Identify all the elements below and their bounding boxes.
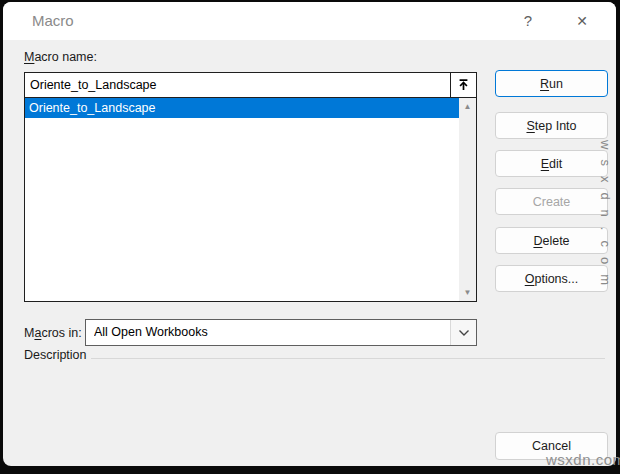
create-button[interactable]: Create (495, 188, 608, 215)
window-title: Macro (32, 2, 74, 40)
edit-button[interactable]: Edit (495, 150, 608, 177)
delete-button[interactable]: Delete (495, 227, 608, 254)
run-button[interactable]: Run (495, 70, 608, 97)
macro-list: Oriente_to_Landscape ▲ ▼ (24, 97, 477, 302)
watermark: wsxdn.com (546, 451, 620, 468)
upload-arrow-button[interactable] (450, 73, 476, 97)
close-icon[interactable]: ✕ (569, 2, 595, 40)
step-into-button[interactable]: Step Into (495, 112, 608, 139)
title-bar: Macro ? ✕ (3, 2, 616, 40)
macro-name-label: Macro name: (24, 50, 97, 64)
scroll-down-icon[interactable]: ▼ (459, 284, 476, 301)
list-item[interactable]: Oriente_to_Landscape (25, 98, 459, 118)
macro-name-value: Oriente_to_Landscape (30, 73, 448, 97)
chevron-down-icon[interactable] (450, 320, 476, 345)
description-label: Description (24, 348, 87, 362)
scroll-up-icon[interactable]: ▲ (459, 98, 476, 115)
edge-watermark: wsxdn.com (598, 140, 613, 295)
help-icon[interactable]: ? (515, 2, 541, 40)
macro-dialog: Macro ? ✕ Macro name: Oriente_to_Landsca… (3, 2, 616, 466)
macro-name-input[interactable]: Oriente_to_Landscape (24, 72, 477, 98)
macros-in-value: All Open Workbooks (94, 320, 446, 345)
macros-in-dropdown[interactable]: All Open Workbooks (85, 319, 477, 346)
arrow-up-to-bar-icon (457, 78, 470, 92)
macros-in-label: Macros in: (24, 326, 82, 340)
screenshot-frame: Macro ? ✕ Macro name: Oriente_to_Landsca… (0, 0, 620, 474)
scrollbar[interactable]: ▲ ▼ (459, 98, 476, 301)
description-divider (91, 358, 605, 359)
options-button[interactable]: Options... (495, 265, 608, 292)
